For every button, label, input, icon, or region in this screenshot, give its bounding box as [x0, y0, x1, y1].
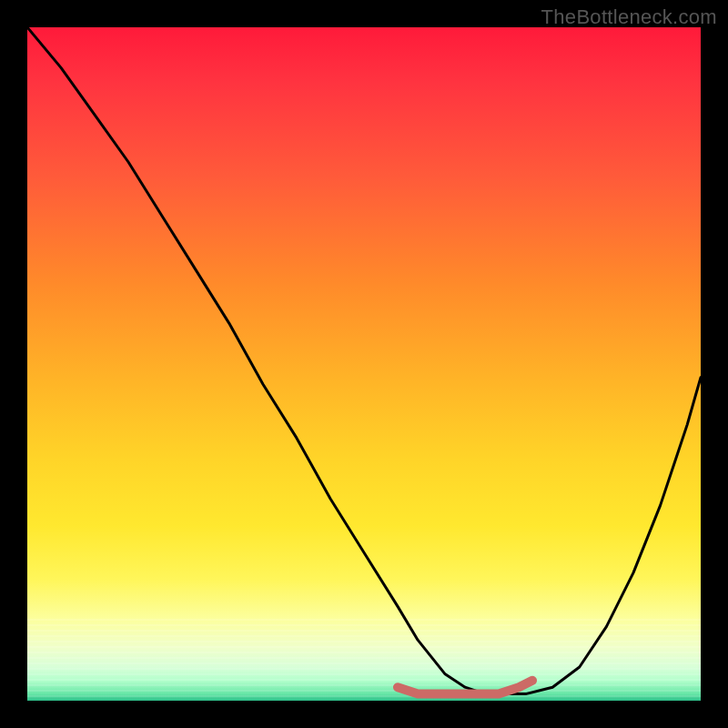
attribution-watermark: TheBottleneck.com: [541, 5, 717, 29]
plot-area: [27, 27, 701, 701]
bottleneck-curve: [27, 27, 701, 694]
curve-layer: [27, 27, 701, 701]
chart-frame: TheBottleneck.com: [0, 0, 728, 728]
